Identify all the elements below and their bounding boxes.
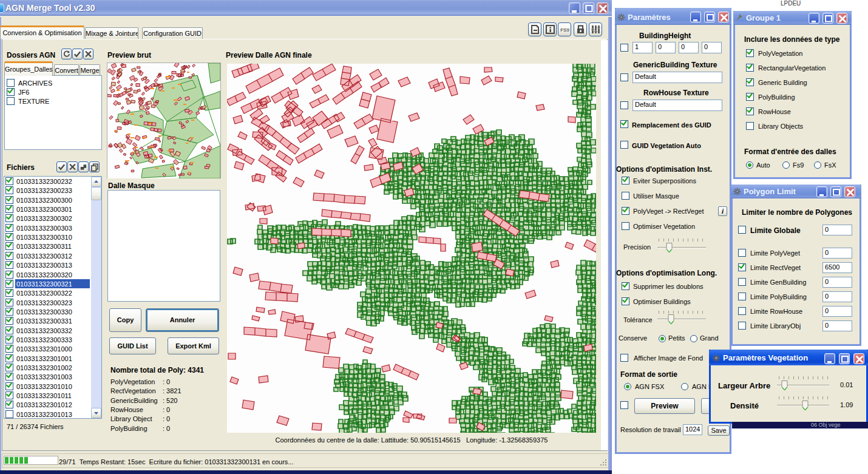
- svg-text:FS9: FS9: [560, 27, 569, 33]
